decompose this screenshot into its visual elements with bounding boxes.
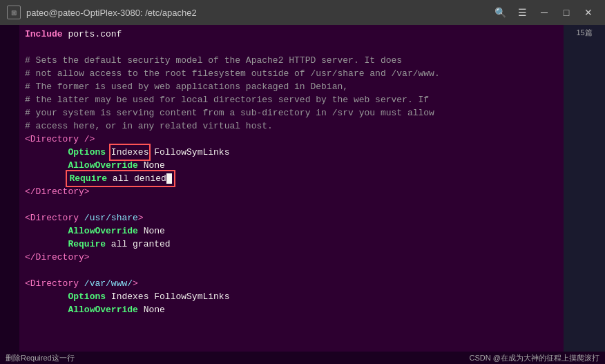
line-comment-1: # Sets the default security model of the… [19, 54, 564, 67]
line-allowoverride-1: AllowOverride None [19, 159, 564, 172]
editor-area[interactable]: Include ports.conf # Sets the default se… [19, 25, 564, 364]
line-options-2: Options Indexes FollowSymLinks [19, 290, 564, 303]
bottom-hint-bar: 删除Required这一行 CSDN @在成为大神的征程上摸爬滚打 [0, 352, 605, 364]
line-directory-1: <Directory /> [19, 133, 564, 146]
line-directory-2: <Directory /usr/share> [19, 211, 564, 224]
line-require-1: Require all denied [19, 172, 564, 185]
titlebar-left: ⊞ pateo@pateo-OptiPlex-3080: /etc/apache… [7, 6, 197, 19]
right-panel: 15篇 [564, 25, 605, 364]
hint-text: 删除Required这一行 [6, 353, 75, 363]
line-options-1: Options Indexes FollowSymLinks [19, 146, 564, 159]
line-blank-2 [19, 198, 564, 211]
require-highlight: Require all denied [68, 172, 173, 185]
indexes-highlight: Indexes [111, 146, 149, 159]
search-button[interactable]: 🔍 [490, 6, 510, 19]
right-panel-count: 15篇 [576, 28, 592, 38]
line-comment-2: # not allow access to the root filesyste… [19, 67, 564, 80]
line-require-2: Require all granted [19, 238, 564, 251]
line-directory-3: <Directory /var/www/> [19, 277, 564, 290]
maximize-button[interactable]: □ [557, 6, 576, 19]
line-1: Include ports.conf [19, 28, 564, 41]
titlebar-title: pateo@pateo-OptiPlex-3080: /etc/apache2 [26, 8, 197, 18]
line-comment-4: # the latter may be used for local direc… [19, 93, 564, 106]
line-comment-5: # your system is serving content from a … [19, 106, 564, 119]
terminal-body: Include ports.conf # Sets the default se… [0, 25, 605, 364]
line-end-directory-1: </Directory> [19, 185, 564, 198]
menu-button[interactable]: ☰ [512, 6, 532, 19]
line-blank-1 [19, 41, 564, 54]
keyword-include: Include [25, 28, 63, 41]
line-allowoverride-3: AllowOverride None [19, 303, 564, 316]
csdn-label: CSDN @在成为大神的征程上摸爬滚打 [470, 353, 599, 363]
line-comment-3: # The former is used by web applications… [19, 80, 564, 93]
terminal-icon: ⊞ [7, 6, 21, 19]
minimize-button[interactable]: ─ [535, 6, 554, 19]
line-allowoverride-2: AllowOverride None [19, 224, 564, 238]
line-comment-6: # access here, or in any related virtual… [19, 119, 564, 133]
line-blank-3 [19, 264, 564, 277]
close-button[interactable]: ✕ [579, 6, 598, 19]
titlebar-search-area: 🔍 ☰ ─ □ ✕ [490, 6, 598, 19]
line-end-directory-2: </Directory> [19, 251, 564, 264]
titlebar: ⊞ pateo@pateo-OptiPlex-3080: /etc/apache… [0, 0, 605, 25]
left-sidebar [0, 25, 19, 364]
